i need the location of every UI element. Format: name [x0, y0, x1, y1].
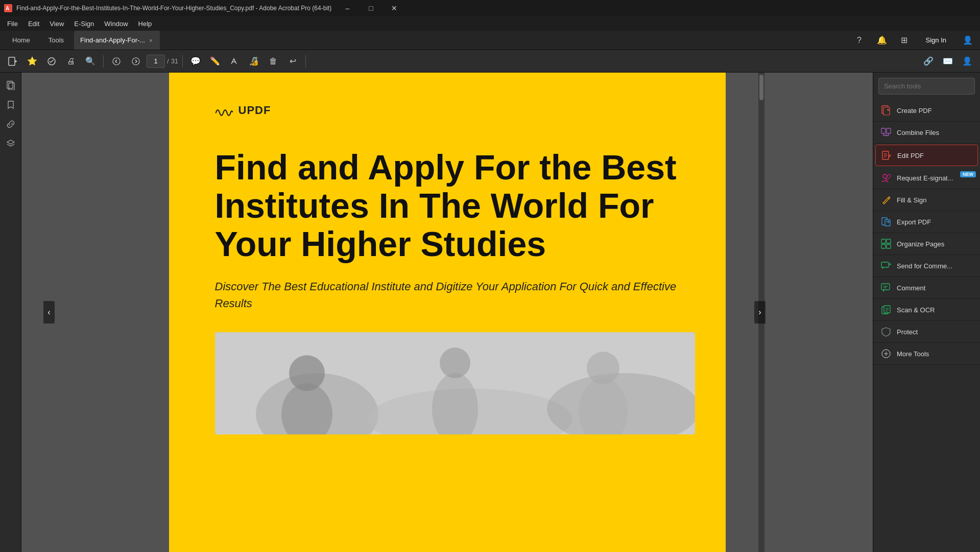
svg-rect-40: [881, 239, 886, 243]
tool-item-more-tools[interactable]: More Tools: [873, 343, 980, 365]
new-badge: NEW: [960, 171, 976, 177]
organize-pages-label: Organize Pages: [897, 240, 973, 248]
prev-page-icon: [112, 57, 121, 65]
save-icon: [47, 57, 56, 66]
svg-rect-28: [881, 128, 886, 133]
toolbar-separator-3: [305, 55, 306, 67]
email-button[interactable]: ✉️: [939, 53, 957, 70]
scan-ocr-icon: [880, 304, 892, 315]
tab-bar: Home Tools Find-and-Apply-For-... × ? 🔔 …: [0, 31, 980, 50]
svg-rect-44: [881, 262, 889, 267]
maximize-button[interactable]: □: [359, 0, 383, 16]
draw-icon: [230, 57, 239, 66]
page-navigation: / 31: [147, 55, 178, 68]
account-button[interactable]: 👤: [959, 53, 976, 70]
user-avatar[interactable]: 👤: [960, 32, 976, 49]
pdf-main-title: Find and Apply For the Best Institutes I…: [215, 148, 685, 263]
minimize-button[interactable]: –: [336, 0, 359, 16]
svg-rect-25: [883, 107, 890, 115]
pdf-image-svg: [215, 332, 695, 434]
notifications-icon[interactable]: 🔔: [874, 32, 890, 49]
search-button[interactable]: 🔍: [82, 53, 99, 70]
bookmarks-icon: [6, 100, 15, 109]
link-button[interactable]: 🔗: [920, 53, 937, 70]
tab-close-button[interactable]: ×: [148, 36, 153, 44]
next-page-button[interactable]: [127, 53, 145, 70]
redo-button[interactable]: ↩: [284, 53, 301, 70]
tab-document[interactable]: Find-and-Apply-For-... ×: [74, 31, 160, 50]
tool-item-combine-files[interactable]: Combine Files: [873, 122, 980, 144]
delete-button[interactable]: 🗑: [265, 53, 282, 70]
create-pdf-label: Create PDF: [897, 107, 973, 114]
highlight-button[interactable]: ✏️: [206, 53, 224, 70]
layers-icon: [6, 139, 15, 148]
close-button[interactable]: ✕: [383, 0, 406, 16]
tool-item-request-esign[interactable]: Request E-signat... NEW: [873, 167, 980, 189]
sidebar-bookmarks-button[interactable]: [2, 96, 19, 113]
sidebar-pages-button[interactable]: [2, 77, 19, 94]
pdf-scrollbar-thumb[interactable]: [759, 75, 763, 100]
tab-tools[interactable]: Tools: [40, 31, 72, 50]
menu-bar: File Edit View E-Sign Window Help: [0, 16, 980, 31]
comment-tool-button[interactable]: 💬: [187, 53, 204, 70]
toolbar-separator-1: [103, 55, 104, 67]
tool-item-export-pdf[interactable]: Export PDF: [873, 211, 980, 233]
page-number-input[interactable]: [147, 55, 165, 68]
print-button[interactable]: 🖨: [62, 53, 80, 70]
svg-rect-2: [9, 57, 15, 65]
menu-edit[interactable]: Edit: [23, 18, 44, 30]
request-esign-icon: [880, 172, 892, 183]
export-pdf-label: Export PDF: [897, 218, 973, 226]
svg-rect-9: [7, 81, 13, 88]
menu-file[interactable]: File: [2, 18, 23, 30]
scan-ocr-label: Scan & OCR: [897, 306, 973, 314]
tool-item-create-pdf[interactable]: Create PDF: [873, 100, 980, 122]
pdf-subtitle: Discover The Best Educational Institute …: [215, 278, 685, 312]
comment-icon: [880, 282, 892, 293]
protect-icon: [880, 326, 892, 337]
bookmark-button[interactable]: ⭐: [23, 53, 41, 70]
tool-item-comment[interactable]: Comment: [873, 277, 980, 299]
svg-marker-11: [7, 140, 14, 144]
tool-item-scan-ocr[interactable]: Scan & OCR: [873, 299, 980, 321]
export-pdf-icon: [880, 216, 892, 227]
svg-rect-41: [887, 239, 891, 243]
svg-text:A: A: [6, 6, 9, 11]
sidebar-layers-button[interactable]: [2, 135, 19, 152]
left-sidebar: [0, 73, 21, 552]
menu-view[interactable]: View: [44, 18, 69, 30]
menu-window[interactable]: Window: [99, 18, 133, 30]
save-button[interactable]: [43, 53, 60, 70]
scroll-left-button[interactable]: ‹: [43, 301, 55, 324]
apps-icon[interactable]: ⊞: [896, 32, 913, 49]
search-tools-input[interactable]: [878, 78, 975, 95]
create-pdf-icon: [880, 105, 892, 116]
toolbar-separator-2: [182, 55, 183, 67]
tool-item-organize-pages[interactable]: Organize Pages: [873, 233, 980, 255]
updf-logo-icon: [215, 103, 233, 118]
svg-line-36: [888, 198, 889, 199]
tool-item-protect[interactable]: Protect: [873, 321, 980, 343]
send-comment-label: Send for Comme...: [897, 262, 973, 270]
scroll-right-button[interactable]: ›: [754, 301, 766, 324]
pdf-page: UPDF Find and Apply For the Best Institu…: [169, 73, 726, 552]
tool-item-edit-pdf[interactable]: Edit PDF: [875, 145, 978, 166]
help-icon[interactable]: ?: [851, 32, 868, 49]
more-tools-icon: [880, 348, 892, 359]
svg-rect-50: [884, 306, 890, 313]
tool-item-fill-sign[interactable]: Fill & Sign: [873, 189, 980, 211]
send-comment-icon: [880, 260, 892, 271]
prev-page-button[interactable]: [108, 53, 125, 70]
stamp-button[interactable]: 🔏: [245, 53, 262, 70]
tab-home[interactable]: Home: [4, 31, 38, 50]
tool-item-send-comment[interactable]: Send for Comme...: [873, 255, 980, 277]
menu-esign[interactable]: E-Sign: [69, 18, 99, 30]
combine-files-label: Combine Files: [897, 129, 973, 136]
menu-help[interactable]: Help: [133, 18, 157, 30]
sidebar-links-button[interactable]: [2, 116, 19, 133]
fill-sign-label: Fill & Sign: [897, 196, 973, 204]
add-page-button[interactable]: [4, 53, 21, 70]
svg-rect-42: [881, 244, 886, 248]
sign-in-button[interactable]: Sign In: [919, 33, 953, 47]
draw-button[interactable]: [226, 53, 243, 70]
